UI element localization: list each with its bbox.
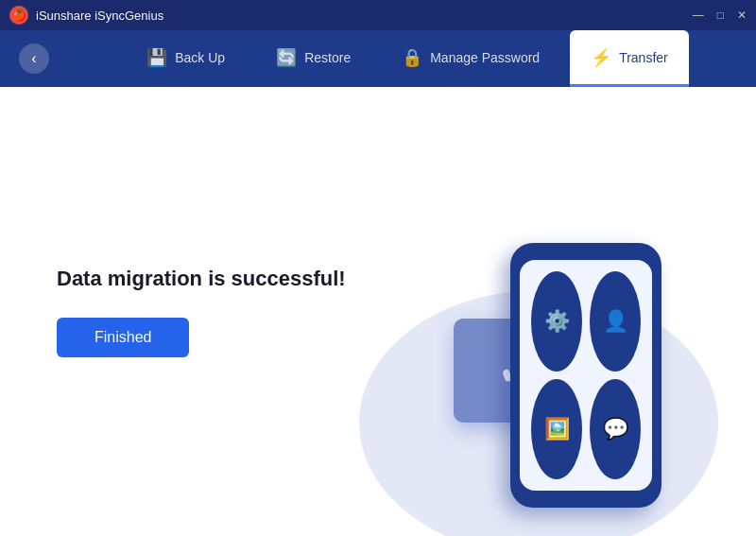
tab-backup[interactable]: 💾 Back Up [126,30,246,87]
phone-screen: ⚙️ 👤 🖼️ 💬 [520,260,652,491]
backup-icon: 💾 [146,47,167,68]
phone-body: ⚙️ 👤 🖼️ 💬 [510,243,662,508]
phone-illustration: ⚙️ 👤 🖼️ 💬 [510,243,662,508]
minimize-button[interactable]: — [693,9,704,21]
tab-transfer-label: Transfer [619,50,668,65]
tab-backup-label: Back Up [175,50,225,65]
restore-icon: 🔄 [276,47,297,68]
password-icon: 🔒 [402,47,422,68]
illustration: ✓ ⚙️ 👤 🖼️ 💬 [340,177,699,536]
app-title: iSunshare iSyncGenius [36,9,693,23]
app-icon-contacts: 👤 [590,271,641,372]
success-area: Data migration is successful! Finished [57,267,346,357]
app-icon-photos: 🖼️ [531,379,582,479]
titlebar: 🍎 iSunshare iSyncGenius — □ ✕ [0,0,756,30]
tab-transfer[interactable]: ⚡ Transfer [570,30,689,87]
finished-button[interactable]: Finished [57,318,189,357]
tab-manage-password-label: Manage Password [430,50,540,65]
app-icon-messages: 💬 [590,379,641,479]
app-icon-settings: ⚙️ [531,271,582,372]
back-button[interactable]: ‹ [19,43,49,74]
window-controls: — □ ✕ [693,9,747,21]
navbar: ‹ 💾 Back Up 🔄 Restore 🔒 Manage Password … [0,30,756,87]
tab-restore-label: Restore [304,50,351,65]
transfer-icon: ⚡ [591,47,611,68]
maximize-button[interactable]: □ [717,9,724,21]
app-logo: 🍎 [9,6,28,25]
tab-restore[interactable]: 🔄 Restore [255,30,371,87]
phone-notch [567,251,605,256]
main-content: Data migration is successful! Finished ✓… [0,87,756,536]
close-button[interactable]: ✕ [737,9,747,21]
success-message: Data migration is successful! [57,267,346,291]
tab-manage-password[interactable]: 🔒 Manage Password [381,30,560,87]
nav-tabs: 💾 Back Up 🔄 Restore 🔒 Manage Password ⚡ … [77,30,737,87]
